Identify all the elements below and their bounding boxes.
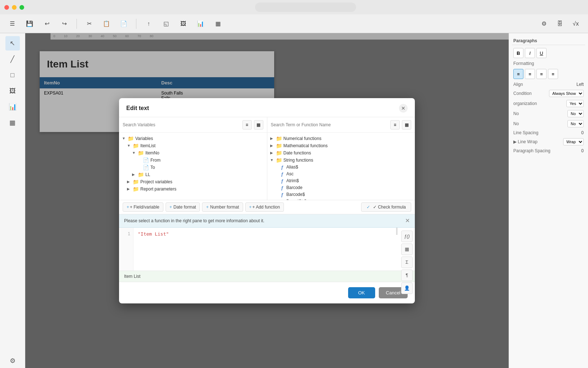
sidebar-gear-icon[interactable]: ⚙ bbox=[5, 354, 20, 368]
maximize-traffic-light[interactable] bbox=[19, 5, 24, 10]
tree-item-asc[interactable]: ƒ Asc bbox=[272, 171, 415, 178]
image-button[interactable]: 🖼 bbox=[177, 17, 190, 30]
copy-button[interactable]: 📋 bbox=[100, 17, 113, 30]
tree-label-from: From bbox=[150, 158, 161, 163]
tree-item-itemno[interactable]: ▼ 📁 ItemNo bbox=[129, 149, 267, 157]
italic-button[interactable]: I bbox=[525, 48, 535, 58]
functions-tree: ▶ 📁 Numerical functions ▶ 📁 Mathematical… bbox=[267, 133, 415, 200]
code-icon-table[interactable]: ▦ bbox=[401, 244, 413, 255]
align-justify-button[interactable]: ≡ bbox=[548, 69, 558, 79]
tree-item-numerical[interactable]: ▶ 📁 Numerical functions bbox=[267, 135, 415, 142]
tree-item-variables[interactable]: ▼ 📁 Variables bbox=[119, 135, 267, 142]
code-text: "Item List" bbox=[138, 231, 169, 237]
sidebar-image-icon[interactable]: 🖼 bbox=[5, 84, 20, 98]
no1-select[interactable]: No bbox=[567, 110, 584, 117]
table-button[interactable]: ▦ bbox=[211, 17, 224, 30]
code-icon-user[interactable]: 👤 bbox=[401, 282, 413, 294]
paste-button[interactable]: 📄 bbox=[117, 17, 130, 30]
functions-view-btn-1[interactable]: ≡ bbox=[390, 120, 400, 130]
dialog-close-button[interactable]: ✕ bbox=[399, 104, 408, 113]
chart-button[interactable]: 📊 bbox=[194, 17, 207, 30]
tree-label-string: String functions bbox=[284, 158, 313, 163]
sidebar-table-icon[interactable]: ▦ bbox=[5, 115, 20, 130]
panel-condition-row: Condition Always Show bbox=[512, 88, 585, 98]
tree-arrow-mathematical: ▶ bbox=[270, 144, 275, 148]
tree-item-atrim[interactable]: ƒ Atrim$ bbox=[272, 178, 415, 184]
date-format-button[interactable]: + Date format bbox=[166, 202, 200, 212]
tree-label-alias: Alias$ bbox=[286, 165, 298, 170]
sidebar-line-icon[interactable]: ╱ bbox=[5, 52, 20, 66]
tree-item-from[interactable]: 📄 From bbox=[134, 157, 267, 164]
tree-item-itemlist[interactable]: ▼ 📁 ItemList bbox=[124, 142, 267, 149]
fx-icon-asc: ƒ bbox=[281, 171, 284, 177]
code-content[interactable]: "Item List" bbox=[133, 228, 415, 271]
tree-item-ll[interactable]: ▶ 📁 LL bbox=[129, 171, 267, 178]
ok-button[interactable]: OK bbox=[348, 287, 375, 298]
save-button[interactable]: 💾 bbox=[23, 17, 36, 30]
folder-icon-projectvars: 📁 bbox=[133, 179, 139, 185]
tree-item-date[interactable]: ▶ 📁 Date functions bbox=[267, 149, 415, 157]
sidebar-chart-icon[interactable]: 📊 bbox=[5, 100, 20, 114]
code-gutter: 1 bbox=[119, 228, 133, 271]
tree-arrow-itemlist: ▼ bbox=[127, 144, 131, 148]
align-right-button[interactable]: ≡ bbox=[536, 69, 547, 79]
undo-button[interactable]: ↩ bbox=[40, 17, 53, 30]
sidebar-select-icon[interactable]: ↖ bbox=[5, 36, 20, 51]
condition-select[interactable]: Always Show bbox=[549, 90, 584, 97]
result-text: Item List bbox=[124, 274, 140, 279]
organization-select[interactable]: Yes bbox=[566, 100, 584, 107]
tree-label-itemlist: ItemList bbox=[140, 143, 155, 148]
tree-item-reportparams[interactable]: ▶ 📁 Report parameters bbox=[124, 185, 267, 193]
add-function-button[interactable]: + + Add function bbox=[245, 202, 284, 212]
tree-label-atrim: Atrim$ bbox=[286, 178, 299, 183]
redo-button[interactable]: ↪ bbox=[58, 17, 71, 30]
settings-button[interactable]: ⚙ bbox=[537, 17, 550, 30]
tree-item-basedstr[interactable]: ƒ BasedStr$ bbox=[272, 198, 415, 200]
tree-item-string[interactable]: ▼ 📁 String functions bbox=[267, 157, 415, 164]
folder-icon-variables: 📁 bbox=[128, 136, 134, 141]
functions-search-input[interactable] bbox=[271, 122, 389, 127]
app-area: ↖ ╱ □ 🖼 📊 ▦ ⚙ 010203040 50607080 Item Li… bbox=[0, 33, 588, 368]
menu-icon[interactable]: ☰ bbox=[6, 17, 19, 30]
info-banner-text: Please select a function in the right pa… bbox=[124, 218, 264, 223]
field-variable-button[interactable]: + + Field/variable bbox=[123, 202, 163, 212]
dialog-toolbar: + + Field/variable + Date format + Numbe… bbox=[119, 200, 415, 214]
functions-view-btn-2[interactable]: ▦ bbox=[402, 120, 411, 130]
shape-button[interactable]: ◱ bbox=[159, 17, 172, 30]
minimize-traffic-light[interactable] bbox=[12, 5, 17, 10]
functions-pane: ≡ ▦ ▶ 📁 Numerical functions bbox=[267, 117, 415, 200]
tree-item-alias[interactable]: ƒ Alias$ bbox=[272, 164, 415, 171]
up-button[interactable]: ↑ bbox=[142, 17, 155, 30]
variables-view-btn-2[interactable]: ▦ bbox=[254, 120, 263, 130]
variables-search-input[interactable] bbox=[123, 122, 240, 127]
database-icon[interactable]: 🗄 bbox=[553, 17, 566, 30]
cut-button[interactable]: ✂ bbox=[83, 17, 96, 30]
underline-button[interactable]: U bbox=[536, 48, 547, 58]
info-banner: Please select a function in the right pa… bbox=[119, 214, 415, 228]
tree-item-to[interactable]: 📄 To bbox=[134, 164, 267, 171]
no2-select[interactable]: No bbox=[567, 120, 584, 127]
align-left-button[interactable]: ≡ bbox=[513, 69, 523, 79]
folder-icon-date: 📁 bbox=[276, 150, 282, 156]
formula-icon[interactable]: √x bbox=[569, 17, 582, 30]
code-icon-sigma[interactable]: Σ bbox=[401, 257, 413, 268]
variables-view-btn-1[interactable]: ≡ bbox=[242, 120, 252, 130]
code-icon-paragraph[interactable]: ¶ bbox=[401, 270, 413, 281]
check-formula-button[interactable]: ✓ ✓ Check formula bbox=[361, 202, 411, 212]
linewrap-select[interactable]: Wrap bbox=[563, 138, 584, 145]
tree-item-barcodestr[interactable]: ƒ Barcode$ bbox=[272, 191, 415, 198]
tree-item-projectvars[interactable]: ▶ 📁 Project variables bbox=[124, 178, 267, 185]
tree-arrow-itemno: ▼ bbox=[132, 151, 136, 155]
align-center-button[interactable]: ≡ bbox=[525, 69, 535, 79]
tree-label-basedstr: BasedStr$ bbox=[286, 199, 307, 200]
tree-item-mathematical[interactable]: ▶ 📁 Mathematical functions bbox=[267, 142, 415, 149]
info-close-button[interactable]: ✕ bbox=[405, 218, 410, 224]
tree-item-barcode[interactable]: ƒ Barcode bbox=[272, 184, 415, 191]
tree-arrow-string: ▼ bbox=[270, 158, 275, 162]
bold-button[interactable]: B bbox=[513, 48, 523, 58]
code-icon-function[interactable]: ƒ() bbox=[401, 231, 413, 242]
code-editor[interactable]: 1 "Item List" ƒ() ▦ Σ ¶ 👤 bbox=[119, 228, 415, 271]
number-format-button[interactable]: + Number format bbox=[202, 202, 243, 212]
close-traffic-light[interactable] bbox=[4, 5, 9, 10]
sidebar-rect-icon[interactable]: □ bbox=[5, 68, 20, 82]
